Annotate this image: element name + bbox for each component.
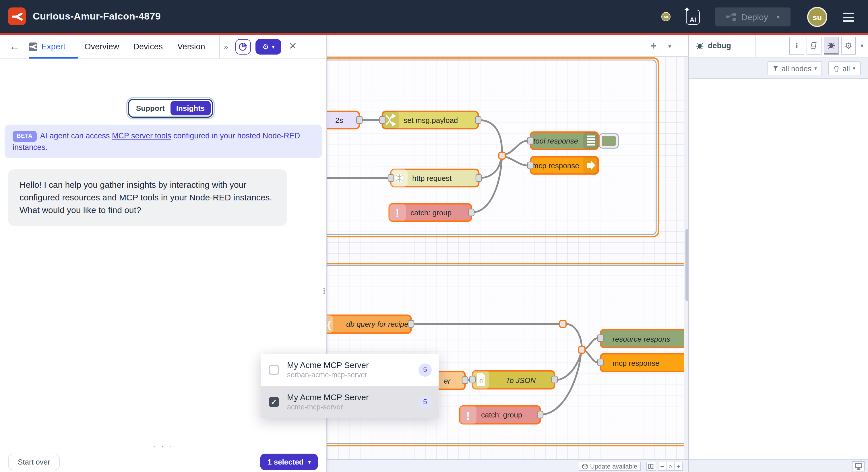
tabbar-divider (219, 35, 220, 58)
book-icon (810, 42, 818, 49)
svg-text:To JSON: To JSON (506, 376, 536, 385)
resize-handle-dots[interactable]: · · · (0, 442, 327, 450)
zoom-in-button[interactable]: + (674, 462, 683, 471)
node-mcp-response-top[interactable]: mcp response (528, 157, 598, 174)
toggle-insights[interactable]: Insights (170, 101, 211, 115)
zoom-out-button[interactable]: − (658, 462, 666, 471)
tab-overview[interactable]: Overview (84, 35, 119, 58)
chevron-down-icon: ▾ (272, 44, 274, 50)
server-option-1[interactable]: My Acme MCP Server serban-acme-mcp-serve… (260, 354, 439, 386)
top-header: Curious-Amur-Falcon-4879 su ✦ AI Deploy … (0, 0, 868, 35)
flowfuse-logo-icon[interactable] (8, 7, 26, 25)
server-name: My Acme MCP Server (287, 393, 369, 402)
node-db-query[interactable]: { db query for recipes (327, 315, 414, 333)
exclamation-icon: ! (396, 207, 399, 219)
app-root: Curious-Amur-Falcon-4879 su ✦ AI Deploy … (0, 0, 868, 472)
server-option-2[interactable]: ✓ My Acme MCP Server acme-mcp-server 5 (260, 386, 439, 418)
svg-text:mcp response: mcp response (532, 161, 579, 170)
info-icon: i (796, 41, 798, 50)
close-icon[interactable]: ✕ (289, 40, 297, 52)
globe-icon (395, 174, 403, 182)
node-change[interactable]: set msg.payload (379, 111, 481, 129)
help-tab-button[interactable] (807, 37, 822, 55)
assistant-tabbar: ← Expert Overview Devices Version » (0, 35, 326, 59)
insights-pie-button[interactable] (236, 39, 251, 55)
debug-sidebar: debug i ⚙ ▾ (688, 35, 868, 472)
panel-splitter-handle[interactable]: ••• (323, 288, 325, 295)
tab-expert[interactable]: Expert (29, 35, 65, 58)
zoom-controls: − ○ + (658, 462, 683, 471)
back-icon[interactable]: ← (9, 40, 20, 53)
exclamation-icon: ! (466, 410, 470, 422)
map-icon (648, 463, 654, 469)
flowfuse-gray-icon (29, 42, 37, 51)
debug-clear-button[interactable]: all ▾ (829, 61, 861, 75)
tab-debug[interactable]: debug (689, 35, 755, 57)
flow-list-icon[interactable]: ▾ (668, 42, 671, 50)
toggle-support[interactable]: Support (130, 104, 170, 113)
svg-text:2s: 2s (335, 116, 343, 125)
start-over-button[interactable]: Start over (8, 453, 60, 470)
add-flow-icon[interactable]: + (650, 40, 656, 52)
assistant-settings-button[interactable]: ⚙ ▾ (255, 39, 281, 55)
node-mcp-response-bottom[interactable]: mcp response (598, 354, 684, 372)
sidebar-caret-icon[interactable]: ▾ (861, 42, 863, 49)
tab-devices[interactable]: Devices (133, 35, 163, 58)
junction-top[interactable] (499, 152, 505, 159)
minimap-button[interactable] (646, 462, 656, 471)
more-tabs-icon[interactable]: » (224, 35, 227, 58)
checkbox-unchecked[interactable] (269, 365, 279, 375)
selected-servers-button[interactable]: 1 selected ▾ (260, 453, 318, 470)
mini-user-avatar[interactable]: su (661, 12, 671, 21)
scrollbar-thumb[interactable] (685, 229, 688, 301)
instance-title: Curious-Amur-Falcon-4879 (33, 0, 161, 33)
node-catch-top[interactable]: ! catch: group (389, 204, 474, 221)
node-http-request[interactable]: http request (388, 169, 482, 187)
settings-tab-button[interactable]: ⚙ (841, 37, 856, 55)
debug-filterbar: all nodes ▾ all ▾ (689, 57, 868, 79)
user-avatar[interactable]: su (807, 7, 827, 27)
canvas-vertical-scrollbar[interactable] (684, 57, 688, 460)
svg-text:{}: {} (479, 378, 483, 384)
canvas-footer: Update available − ○ + (327, 460, 688, 472)
server-name: My Acme MCP Server (287, 361, 369, 370)
deploy-button[interactable]: Deploy ▾ (715, 7, 790, 26)
junction-db[interactable] (560, 320, 566, 327)
svg-text:tool response: tool response (533, 137, 578, 145)
svg-text:db query for recipes: db query for recipes (346, 320, 412, 328)
svg-text:set msg.payload: set msg.payload (404, 116, 458, 125)
mode-toggle: Support Insights (128, 99, 213, 118)
monitor-icon (855, 463, 862, 470)
svg-text:er: er (444, 377, 451, 385)
node-resource-response[interactable]: resource respons (598, 330, 684, 347)
beta-banner: BETAAI agent can access MCP server tools… (5, 125, 322, 158)
popout-monitor-button[interactable] (852, 461, 865, 471)
hamburger-menu-icon[interactable] (843, 12, 854, 22)
zoom-reset-button[interactable]: ○ (666, 462, 675, 471)
debug-tab-button[interactable] (824, 37, 839, 55)
check-icon: ✓ (271, 397, 277, 406)
workspace-tabbar: + ▾ (327, 35, 688, 57)
caret-down-icon: ▾ (814, 65, 817, 71)
node-to-json[interactable]: {} To JSON (470, 371, 557, 389)
ai-assistant-icon[interactable]: ✦ AI (684, 7, 702, 26)
gear-icon: ⚙ (844, 40, 852, 51)
pie-chart-icon (239, 42, 247, 51)
tab-version[interactable]: Version (177, 35, 205, 58)
update-available-button[interactable]: Update available (579, 462, 641, 471)
debug-filter-button[interactable]: all nodes ▾ (768, 61, 822, 75)
info-tab-button[interactable]: i (789, 37, 804, 55)
checkbox-checked[interactable]: ✓ (269, 397, 279, 407)
node-tool-response[interactable]: tool response (528, 132, 618, 149)
mcp-tools-link[interactable]: MCP server tools (112, 131, 172, 140)
node-delay[interactable]: 2s (327, 111, 362, 129)
tool-count-badge: 5 (418, 363, 432, 376)
svg-text:catch: group: catch: group (410, 208, 452, 217)
assistant-welcome-message: Hello! I can help you gather insights by… (8, 169, 287, 226)
beta-badge: BETA (12, 131, 36, 142)
junction-fanout[interactable] (579, 346, 585, 353)
funnel-icon (773, 65, 779, 71)
deploy-caret-icon[interactable]: ▾ (777, 14, 780, 20)
node-catch-bottom[interactable]: ! catch: group (460, 406, 543, 424)
cube-icon (582, 463, 588, 469)
